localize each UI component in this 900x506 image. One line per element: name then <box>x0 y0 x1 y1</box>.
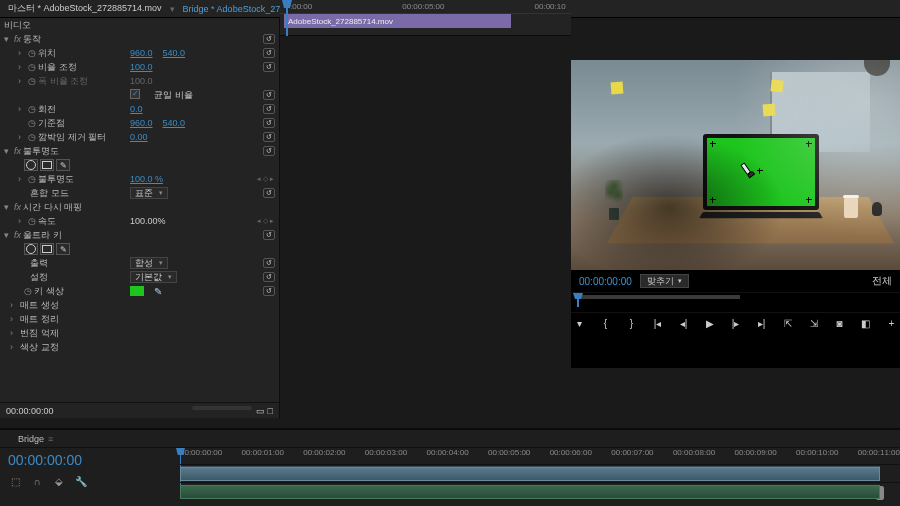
step-fwd-icon[interactable]: |▸ <box>728 317 744 331</box>
prop-color-cor[interactable]: ›색상 교정 <box>0 340 279 354</box>
fit-dropdown[interactable]: 맞추기 <box>640 274 689 288</box>
ruler-tick: 00:00:10 <box>535 2 566 11</box>
settings-btn-icon[interactable]: + <box>884 317 900 331</box>
mask-rect[interactable] <box>40 159 54 171</box>
mask-ellipse[interactable] <box>24 159 38 171</box>
prop-position: ›◷위치960.0540.0↺ <box>0 46 279 60</box>
prop-opacity: ›◷불투명도100.0 %◂◇▸ <box>0 172 279 186</box>
timeline-timecode[interactable]: 00:00:00:00 <box>8 452 172 468</box>
stopwatch-icon[interactable]: ◷ <box>28 48 38 58</box>
ultra-masks <box>0 242 279 256</box>
link-icon[interactable]: ∩ <box>30 474 44 488</box>
extract-icon[interactable]: ⇲ <box>806 317 822 331</box>
output-dropdown[interactable]: 합성 <box>130 257 168 269</box>
prop-setting: 설정기본값↺ <box>0 270 279 284</box>
zoom-slider[interactable] <box>192 406 252 410</box>
opacity-masks <box>0 158 279 172</box>
source-playhead[interactable] <box>286 0 288 36</box>
step-back-icon[interactable]: ◂| <box>676 317 692 331</box>
prop-scale-w: ›◷폭 비율 조정100.0 <box>0 74 279 88</box>
timeline-ruler[interactable]: 00:00:00:0000:00:01:0000:00:02:0000:00:0… <box>180 448 900 464</box>
prop-anchor: ◷기준점960.0540.0↺ <box>0 116 279 130</box>
mark-out-icon[interactable]: } <box>624 317 640 331</box>
lift-icon[interactable]: ⇱ <box>780 317 796 331</box>
prop-spill[interactable]: ›번짐 억제 <box>0 326 279 340</box>
program-tc-row: 00:00:00:00 맞추기 전체 <box>571 270 900 292</box>
fx-ultra-key[interactable]: ▾fx울트라 키↺ <box>0 228 279 242</box>
go-in-icon[interactable]: |◂ <box>650 317 666 331</box>
effect-tc: 00:00:00:00 ▭ □ <box>0 402 279 418</box>
prop-matte-gen[interactable]: ›매트 생성 <box>0 298 279 312</box>
fx-opacity[interactable]: ▾fx불투명도↺ <box>0 144 279 158</box>
prop-scale: ›◷비율 조정100.0↺ <box>0 60 279 74</box>
video-clip[interactable] <box>180 467 880 481</box>
prop-output: 출력합성↺ <box>0 256 279 270</box>
source-ruler[interactable]: :00:00 00:00:05:00 00:00:10 <box>280 0 571 14</box>
audio-clip[interactable] <box>180 485 880 499</box>
play-icon[interactable]: ▶ <box>702 317 718 331</box>
source-clip[interactable]: AdobeStock_272885714.mov <box>284 14 511 28</box>
program-viewport[interactable] <box>571 60 900 270</box>
program-scrub[interactable] <box>571 292 900 312</box>
ruler-tick: 00:00:05:00 <box>402 2 444 11</box>
export-frame-icon[interactable]: ◙ <box>832 317 848 331</box>
fx-motion[interactable]: ▾fx동작↺ <box>0 32 279 46</box>
timeline-tracks[interactable] <box>180 464 900 506</box>
keyframe-nav[interactable]: ◂◇▸ <box>256 175 275 183</box>
eyedropper-icon[interactable]: ✎ <box>154 286 162 297</box>
program-monitor: 00:00:00:00 맞추기 전체 ▾ { } |◂ ◂| ▶ |▸ ▸| ⇱… <box>571 60 900 368</box>
prop-matte-sup[interactable]: ›매트 정리 <box>0 312 279 326</box>
setting-dropdown[interactable]: 기본값 <box>130 271 177 283</box>
prop-key-color: ◷키 색상✎↺ <box>0 284 279 298</box>
key-color-swatch[interactable] <box>130 286 144 296</box>
sequence-tab[interactable]: Bridge≡ <box>10 434 61 444</box>
prop-speed: ›◷속도100.00%◂◇▸ <box>0 214 279 228</box>
go-out-icon[interactable]: ▸| <box>754 317 770 331</box>
blend-dropdown[interactable]: 표준 <box>130 187 168 199</box>
effect-controls-panel: 비디오 ▾fx동작↺ ›◷위치960.0540.0↺ ›◷비율 조정100.0↺… <box>0 18 280 418</box>
settings-icon[interactable]: 🔧 <box>74 474 88 488</box>
source-timeline: :00:00 00:00:05:00 00:00:10 AdobeStock_2… <box>280 0 571 36</box>
wrench-icon[interactable]: ▭ □ <box>256 406 273 416</box>
prop-flicker: ›◷깜박임 제거 필터0.00↺ <box>0 130 279 144</box>
tab-master[interactable]: 마스터 * AdobeStock_272885714.mov <box>0 0 170 18</box>
video-header: 비디오 <box>0 18 279 32</box>
program-timecode[interactable]: 00:00:00:00 <box>579 276 632 287</box>
prop-uniform: 균일 비율↺ <box>0 88 279 102</box>
fx-remap[interactable]: ▾fx시간 다시 매핑 <box>0 200 279 214</box>
ruler-tick: :00:00 <box>290 2 312 11</box>
mask-pen[interactable] <box>56 159 70 171</box>
snap-icon[interactable]: ⬚ <box>8 474 22 488</box>
full-label[interactable]: 전체 <box>872 274 892 288</box>
program-controls: ▾ { } |◂ ◂| ▶ |▸ ▸| ⇱ ⇲ ◙ ◧ + <box>571 312 900 334</box>
marker-icon[interactable]: ⬙ <box>52 474 66 488</box>
prop-rotation: ›◷회전0.0↺ <box>0 102 279 116</box>
prop-blend: 혼합 모드표준↺ <box>0 186 279 200</box>
mark-in-icon[interactable]: { <box>598 317 614 331</box>
compare-icon[interactable]: ◧ <box>858 317 874 331</box>
timeline-panel: Bridge≡ 00:00:00:00 ⬚ ∩ ⬙ 🔧 00:00:00:000… <box>0 428 900 506</box>
reset-icon[interactable]: ↺ <box>263 34 275 44</box>
add-marker-icon[interactable]: ▾ <box>572 317 588 331</box>
uniform-checkbox[interactable] <box>130 89 140 99</box>
